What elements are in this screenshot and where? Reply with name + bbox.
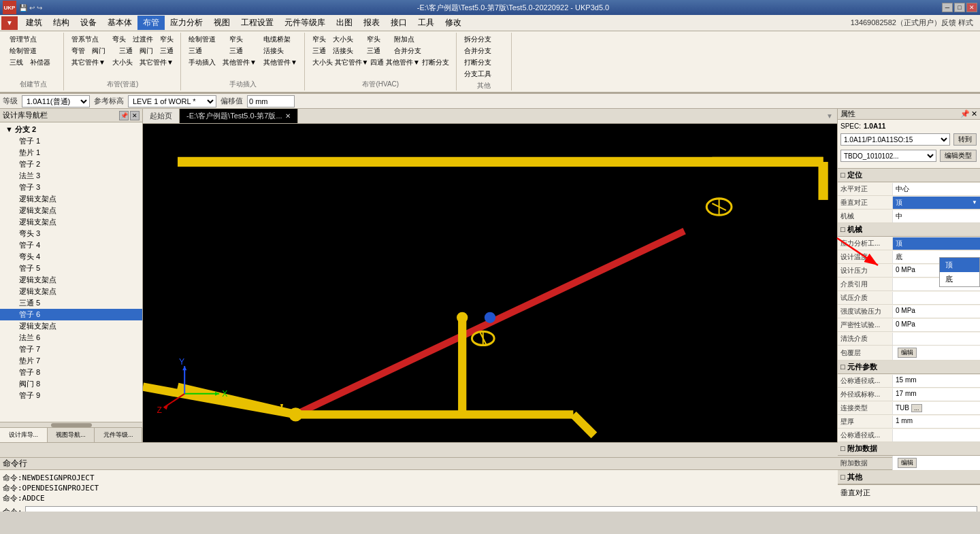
ribbon-btn-tee[interactable]: 三通 三通 活接头 xyxy=(186,46,287,56)
tree-item-flange6[interactable]: 法兰 6 xyxy=(0,332,142,344)
tree-item-valve8[interactable]: 阀门 8 xyxy=(0,378,142,390)
tree-item-support2[interactable]: 逻辑支架点 xyxy=(0,205,142,216)
edit-type-button[interactable]: 编辑类型 xyxy=(940,150,977,162)
tree-item-pipe3[interactable]: 管子 3 xyxy=(0,182,142,193)
ribbon-btn-pipe-node[interactable]: 绘制管道 窄头 电缆桥架 xyxy=(186,34,293,45)
ribbon-btn-hvac-2[interactable]: 三通 活接头 三通 合并分支 xyxy=(310,46,424,56)
component-select[interactable]: TBDO_1010102... xyxy=(840,150,936,162)
ribbon-btn-other[interactable]: 其它管件▼ 大小头 其它管件▼ xyxy=(69,57,176,68)
minimize-button[interactable]: ─ xyxy=(942,3,953,12)
prop-value-nominal-dia2[interactable] xyxy=(892,429,980,441)
prop-value-wall-thickness[interactable]: 1 mm xyxy=(892,416,980,428)
viewport-tab-expand[interactable]: ▼ xyxy=(822,111,837,121)
menu-item-equipment[interactable]: 设备 xyxy=(75,16,102,30)
tree-item-gasket1[interactable]: 垫片 1 xyxy=(0,147,142,158)
prop-value-vertical[interactable]: 顶▼ xyxy=(892,197,980,209)
tab-close-icon[interactable]: ✕ xyxy=(285,112,291,120)
tree-item-flange3[interactable]: 法兰 3 xyxy=(0,170,142,182)
ribbon-btn-three-line[interactable]: 三线 补偿器 xyxy=(7,57,53,68)
ref-select[interactable]: LEVE 1 of WORL * xyxy=(128,95,216,107)
tree-item-support4[interactable]: 逻辑支架点 xyxy=(0,274,142,286)
right-panel-close-btn[interactable]: ✕ xyxy=(971,110,977,118)
offset-input[interactable] xyxy=(247,95,295,107)
tree-item-elbow4[interactable]: 弯头 4 xyxy=(0,251,142,263)
dropdown-option-top[interactable]: 顶 xyxy=(940,258,979,272)
menu-item-view[interactable]: 视图 xyxy=(208,16,235,30)
additional-edit-btn[interactable]: 编辑 xyxy=(898,458,917,468)
section-position-header[interactable]: □ 定位 xyxy=(838,169,980,182)
tree-item-pipe4[interactable]: 管子 4 xyxy=(0,239,142,251)
tree-item-pipe8[interactable]: 管子 8 xyxy=(0,367,142,378)
tree-item-pipe9[interactable]: 管子 9 xyxy=(0,390,142,401)
command-input-line[interactable]: 命令: xyxy=(3,506,977,512)
menu-item-drawing[interactable]: 出图 xyxy=(331,16,358,30)
ribbon-btn-split-1[interactable]: 拆分分支 xyxy=(461,34,494,45)
section-additional-header[interactable]: □ 附加数据 xyxy=(838,442,980,456)
prop-value-stress[interactable]: 顶 xyxy=(892,237,980,250)
tree-item-pipe5[interactable]: 管子 5 xyxy=(0,263,142,274)
prop-value-horizontal[interactable]: 中心 xyxy=(892,183,980,195)
prop-value-nominal-dia[interactable]: 15 mm xyxy=(892,375,980,387)
tree-item-tee5[interactable]: 三通 5 xyxy=(0,297,142,309)
prop-value-tight-test[interactable]: 0 MPa xyxy=(892,319,980,331)
ribbon-btn-draw-pipe[interactable]: 绘制管道 xyxy=(7,46,39,56)
ribbon-btn-auto-insert[interactable]: 手动插入 其他管件▼ 其他管件▼ xyxy=(186,57,300,68)
tree-item-branch2[interactable]: ▼ 分支 2 xyxy=(0,124,142,135)
menu-item-piping[interactable]: 布管 xyxy=(137,16,165,30)
menu-item-architecture[interactable]: 建筑 xyxy=(20,16,48,30)
ribbon-btn-manage-node[interactable]: 管理节点 xyxy=(7,34,39,45)
menu-item-engineering[interactable]: 工程设置 xyxy=(235,16,279,30)
ribbon-btn-hvac-3[interactable]: 大小头 其它管件▼ 四通 其他管件▼ 打断分支 xyxy=(310,57,452,68)
prop-value-clean-medium[interactable] xyxy=(892,333,980,345)
section-other-header[interactable]: □ 其他 xyxy=(838,471,980,484)
tree-item-pipe2[interactable]: 管子 2 xyxy=(0,158,142,170)
tree-item-support3[interactable]: 逻辑支架点 xyxy=(0,216,142,228)
dropdown-option-bottom[interactable]: 底 xyxy=(940,272,979,286)
tree-item-pipe1[interactable]: 管子 1 xyxy=(0,135,142,147)
ribbon-btn-reducer[interactable]: 管系节点 弯头 过渡件 窄头 xyxy=(69,34,176,45)
tree-item-pipe7[interactable]: 管子 7 xyxy=(0,344,142,355)
tree-item-support5[interactable]: 逻辑支架点 xyxy=(0,286,142,297)
spec-input-select[interactable]: 1.0A11/P1.0A11SO:15 xyxy=(840,133,950,146)
connection-dots-btn[interactable]: ... xyxy=(911,404,922,412)
menu-item-basic[interactable]: 基本体 xyxy=(102,16,137,30)
menu-item-interface[interactable]: 接口 xyxy=(385,16,412,30)
maximize-button[interactable]: □ xyxy=(954,3,965,12)
command-input[interactable] xyxy=(25,506,977,512)
right-panel-pin-btn[interactable]: 📌 xyxy=(960,110,970,118)
tree-item-pipe6[interactable]: 管子 6 xyxy=(0,309,142,320)
ribbon-btn-split-3[interactable]: 打断分支 xyxy=(461,57,494,68)
menu-item-report[interactable]: 报表 xyxy=(358,16,385,30)
panel-close-btn[interactable]: ✕ xyxy=(130,111,140,120)
tree-item-gasket7[interactable]: 垫片 7 xyxy=(0,355,142,367)
prop-value-mechanical[interactable]: 中 xyxy=(892,210,980,222)
ribbon-btn-valve[interactable]: 弯管 阀门 三通 阀门 三通 xyxy=(69,46,176,56)
tab-component-level[interactable]: 元件等级... xyxy=(95,428,142,442)
ribbon-btn-hvac-1[interactable]: 窄头 大小头 窄头 附加点 xyxy=(310,34,417,45)
viewport-tab-file[interactable]: -E:\客户例题\Test5.0-第7版... ✕ xyxy=(180,109,298,123)
panel-pin-btn[interactable]: 📌 xyxy=(119,111,129,120)
grade-select[interactable]: 1.0A11(普通) xyxy=(22,95,90,107)
menu-item-structure[interactable]: 结构 xyxy=(48,16,75,30)
tree-item-support1[interactable]: 逻辑支架点 xyxy=(0,193,142,205)
menu-item-components[interactable]: 元件等级库 xyxy=(279,16,331,30)
menu-item-modify[interactable]: 修改 xyxy=(440,16,467,30)
tree-item-elbow3[interactable]: 弯头 3 xyxy=(0,228,142,239)
tab-view-nav[interactable]: 视图导航... xyxy=(48,428,95,442)
canvas-area[interactable]: X Y Z xyxy=(143,124,837,442)
section-component-header[interactable]: □ 元件参数 xyxy=(838,361,980,374)
prop-value-strength-test[interactable]: 0 MPa xyxy=(892,305,980,318)
tab-design-library[interactable]: 设计库导... xyxy=(0,428,48,442)
coating-edit-btn[interactable]: 编辑 xyxy=(898,348,917,358)
tree-item-support6[interactable]: 逻辑支架点 xyxy=(0,320,142,332)
viewport-tab-home[interactable]: 起始页 xyxy=(143,109,180,123)
ribbon-btn-split-2[interactable]: 合并分支 xyxy=(461,46,494,56)
goto-button[interactable]: 转到 xyxy=(953,133,977,146)
horizontal-scrollbar[interactable] xyxy=(51,423,92,427)
menu-item-stress[interactable]: 应力分析 xyxy=(165,16,208,30)
close-button[interactable]: ✕ xyxy=(966,3,977,12)
prop-value-outer-dia[interactable]: 17 mm xyxy=(892,388,980,401)
prop-value-test-medium[interactable] xyxy=(892,292,980,304)
ribbon-btn-split-4[interactable]: 分支工具 xyxy=(461,69,494,80)
menu-item-tools[interactable]: 工具 xyxy=(412,16,440,30)
